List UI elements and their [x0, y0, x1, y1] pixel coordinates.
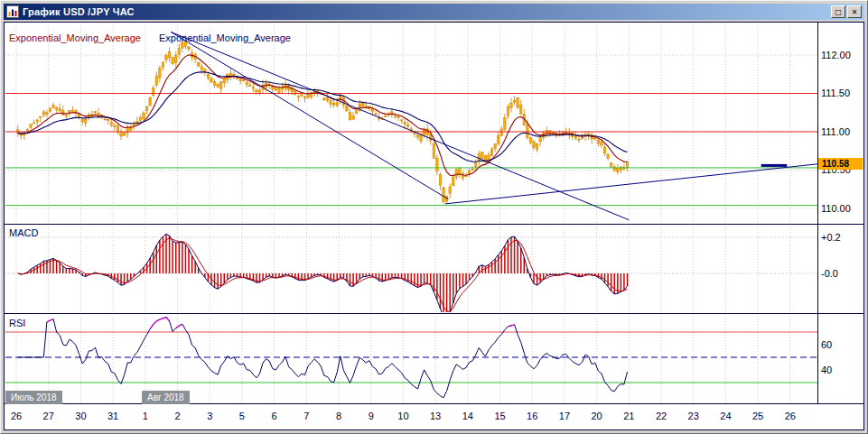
- maximize-button[interactable]: □: [831, 5, 845, 18]
- x-tick-label: 16: [527, 411, 537, 421]
- ema-label-red: Exponential_Moving_Average: [9, 32, 141, 43]
- x-tick-label: 13: [430, 411, 441, 421]
- macd-axis-label: +0.2: [821, 232, 841, 243]
- x-tick-label: 15: [494, 411, 505, 421]
- x-tick-label: 31: [107, 411, 118, 421]
- ema-lines: [18, 55, 628, 176]
- x-tick-label: 20: [591, 411, 602, 421]
- x-tick-label: 5: [239, 411, 245, 421]
- macd-axis-label: -0.0: [821, 268, 838, 279]
- x-tick-label: 26: [11, 411, 22, 421]
- rsi-axis-label: 60: [821, 339, 832, 350]
- title-bar[interactable]: График USD /JPY ЧАС □ ✕: [4, 4, 864, 20]
- window-controls: □ ✕: [831, 5, 862, 18]
- macd-indicator: [18, 234, 628, 319]
- x-tick-label: 23: [688, 411, 699, 421]
- x-axis-labels: 2627303112356789101314151617202122232425…: [11, 411, 796, 421]
- x-tick-label: 1: [143, 411, 148, 421]
- y-axis-label: 110.00: [821, 203, 851, 214]
- level-lines: [5, 94, 817, 206]
- x-tick-label: 10: [397, 411, 408, 421]
- x-tick-label: 21: [623, 411, 634, 421]
- x-tick-label: 22: [656, 411, 667, 421]
- month-box-july: Июль 2018: [5, 391, 62, 404]
- x-tick-label: 24: [720, 411, 731, 421]
- y-axis-label: 112.00: [821, 50, 851, 60]
- current-price-badge: 110.58: [818, 158, 863, 170]
- rsi-indicator: [5, 318, 817, 398]
- x-tick-label: 26: [785, 411, 796, 421]
- trend-line[interactable]: [445, 160, 862, 204]
- chart-canvas[interactable]: 2627303112356789101314151617202122232425…: [4, 22, 864, 430]
- close-icon: ✕: [852, 8, 858, 16]
- y-axis-label: 111.50: [821, 88, 850, 98]
- trend-line[interactable]: [171, 32, 448, 199]
- x-tick-label: 17: [559, 411, 570, 421]
- close-button[interactable]: ✕: [847, 5, 862, 18]
- chart-window: График USD /JPY ЧАС □ ✕ 2627303112356789…: [0, 0, 868, 434]
- candles: [17, 35, 629, 204]
- rsi-label: RSI: [9, 318, 25, 328]
- x-tick-label: 27: [43, 411, 54, 421]
- chart-client-area[interactable]: 2627303112356789101314151617202122232425…: [4, 22, 864, 430]
- window-title: График USD /JPY ЧАС: [23, 6, 135, 17]
- x-tick-label: 25: [752, 411, 763, 421]
- x-tick-label: 8: [336, 411, 341, 421]
- x-tick-label: 6: [272, 411, 277, 421]
- x-tick-label: 2: [174, 411, 180, 421]
- x-tick-label: 30: [75, 411, 86, 421]
- y-axis-label: 111.00: [821, 126, 850, 137]
- gridlines: [5, 26, 817, 403]
- ema-label-navy: Exponential_Moving_Average: [159, 32, 291, 43]
- maximize-icon: □: [835, 8, 842, 16]
- window-icon: [6, 5, 19, 18]
- x-tick-label: 14: [462, 411, 473, 421]
- x-tick-label: 9: [369, 411, 374, 421]
- panel-borders: [5, 23, 864, 430]
- month-box-aug: Авг 2018: [142, 391, 190, 404]
- x-tick-label: 7: [303, 411, 309, 421]
- rsi-axis-label: 40: [821, 365, 832, 375]
- macd-label: MACD: [9, 227, 38, 238]
- x-tick-label: 3: [207, 411, 212, 421]
